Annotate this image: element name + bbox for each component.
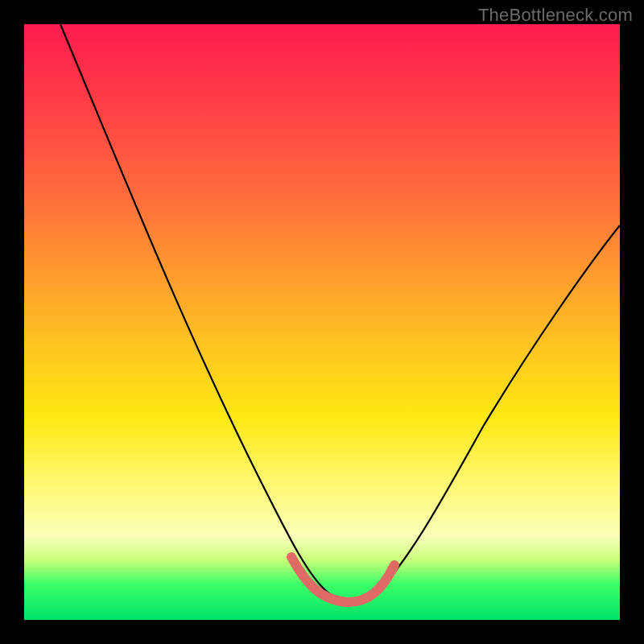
curve-layer [24, 24, 620, 620]
valley-highlight [291, 557, 394, 602]
main-curve [60, 24, 620, 599]
watermark: TheBottleneck.com [478, 5, 633, 26]
chart-frame [24, 24, 620, 620]
